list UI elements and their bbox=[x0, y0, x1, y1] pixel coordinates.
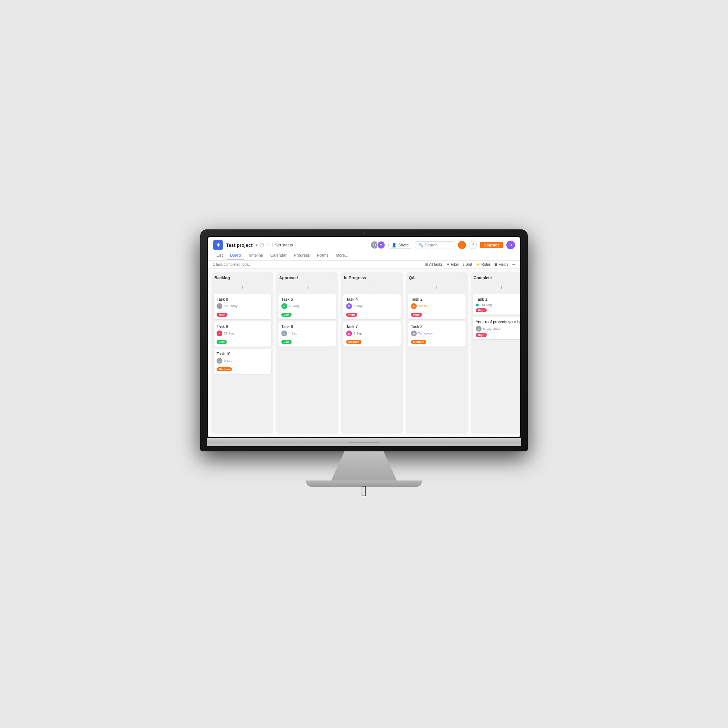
card-title-task6: Task 6 bbox=[281, 324, 333, 329]
current-user-avatar: U bbox=[506, 241, 515, 249]
share-label: Share bbox=[398, 243, 409, 247]
add-card-button-backlog[interactable]: + bbox=[214, 283, 271, 292]
card-task9[interactable]: Task 9 R 27 Aug Low bbox=[214, 321, 271, 347]
column-menu-inprogress[interactable]: ··· bbox=[395, 275, 400, 280]
header-right: U M 👤 Share 🔍 Search bbox=[370, 241, 515, 249]
card-meta-task2: JK Today bbox=[411, 303, 463, 309]
card-footer-roof-task: High 4 ↗ bbox=[476, 333, 520, 337]
column-title-inprogress: In Progress bbox=[344, 275, 366, 280]
card-task2[interactable]: Task 2 JK Today High bbox=[408, 294, 466, 319]
tab-forms[interactable]: Forms bbox=[314, 252, 332, 260]
tab-progress[interactable]: Progress bbox=[290, 252, 314, 260]
all-tasks-icon: ⊞ bbox=[425, 262, 428, 266]
column-menu-backlog[interactable]: ··· bbox=[266, 275, 271, 280]
tab-more[interactable]: More... bbox=[332, 252, 352, 260]
sort-icon: ↕ bbox=[463, 262, 465, 266]
status-label: Set status bbox=[275, 243, 293, 247]
card-badge-roof-task: High bbox=[476, 333, 487, 337]
screen-bezel: ✦ Test project ▾ 🕐 ☆ Set status bbox=[207, 236, 521, 438]
card-badge-task4: High bbox=[346, 313, 357, 317]
card-badge-task8: High bbox=[217, 313, 228, 317]
card-meta-task7: K 6 Sep bbox=[346, 330, 398, 336]
clock-icon: 🕐 bbox=[259, 243, 264, 248]
column-backlog: Backlog ··· + Task 8 U Thursday High Tas… bbox=[211, 272, 273, 434]
card-badge-task6: Low bbox=[281, 340, 292, 344]
share-button[interactable]: 👤 Share bbox=[388, 242, 412, 249]
card-title-task9: Task 9 bbox=[217, 324, 268, 329]
add-card-button-complete[interactable]: + bbox=[473, 283, 520, 292]
tab-list[interactable]: List bbox=[213, 252, 226, 260]
card-meta-task10: U 9 Sep bbox=[217, 358, 268, 364]
card-roof-task[interactable]: Your roof protects your home U 5 Aug, 20… bbox=[473, 317, 520, 339]
board: Backlog ··· + Task 8 U Thursday High Tas… bbox=[208, 269, 520, 437]
card-task7[interactable]: Task 7 K 6 Sep Medium bbox=[343, 321, 401, 347]
add-card-button-inprogress[interactable]: + bbox=[343, 283, 401, 292]
card-date-task4: Friday bbox=[353, 304, 362, 308]
filter-label: Filter bbox=[451, 262, 459, 266]
card-title-task5: Task 5 bbox=[281, 297, 333, 301]
add-card-button-qa[interactable]: + bbox=[408, 283, 466, 292]
card-title-task3: Task 3 bbox=[411, 324, 463, 329]
card-task10[interactable]: Task 10 U 9 Sep Medium bbox=[214, 349, 271, 374]
card-avatar-task7: K bbox=[346, 330, 352, 336]
app: ✦ Test project ▾ 🕐 ☆ Set status bbox=[208, 237, 520, 437]
search-placeholder: Search bbox=[425, 243, 437, 247]
column-inprogress: In Progress ··· + Task 4 M Friday High T… bbox=[341, 272, 403, 434]
card-title-task2: Task 2 bbox=[411, 297, 463, 301]
fields-label: Fields bbox=[499, 262, 509, 266]
card-task1[interactable]: Task 1 14 Aug High bbox=[473, 294, 520, 315]
card-task8[interactable]: Task 8 U Thursday High bbox=[214, 294, 271, 319]
set-status-button[interactable]: Set status bbox=[272, 242, 296, 248]
tab-board[interactable]: Board bbox=[226, 252, 244, 260]
rules-button[interactable]: ⚡ Rules bbox=[476, 262, 491, 266]
chevron-down-icon[interactable]: ▾ bbox=[255, 243, 258, 248]
column-approved: Approved ··· + Task 5 H 26 Aug Low Task … bbox=[276, 272, 338, 434]
share-icon: 👤 bbox=[392, 243, 397, 248]
card-meta-task5: H 26 Aug bbox=[281, 303, 333, 309]
add-button[interactable]: + bbox=[458, 241, 466, 249]
card-date-task7: 6 Sep bbox=[353, 332, 362, 335]
card-avatar-task2: JK bbox=[411, 303, 417, 309]
card-title-task8: Task 8 bbox=[217, 297, 268, 301]
column-menu-approved[interactable]: ··· bbox=[330, 275, 335, 280]
star-icon[interactable]: ☆ bbox=[266, 243, 269, 248]
monitor-chin bbox=[207, 438, 521, 446]
card-date-task9: 27 Aug bbox=[224, 332, 234, 335]
fields-button[interactable]: ☰ Fields bbox=[494, 262, 509, 266]
search-icon: 🔍 bbox=[418, 243, 423, 248]
sort-label: Sort bbox=[466, 262, 472, 266]
card-date-task8: Thursday bbox=[224, 304, 238, 308]
monitor-body: ✦ Test project ▾ 🕐 ☆ Set status bbox=[200, 229, 528, 451]
card-task3[interactable]: Task 3 U Tomorrow Medium bbox=[408, 321, 466, 347]
upgrade-button[interactable]: Upgrade bbox=[480, 242, 503, 248]
card-task4[interactable]: Task 4 M Friday High bbox=[343, 294, 401, 319]
tab-calendar[interactable]: Calendar bbox=[267, 252, 291, 260]
tab-timeline[interactable]: Timeline bbox=[244, 252, 266, 260]
toolbar: 1 task completed today ⊞ All tasks ▼ Fil… bbox=[208, 261, 520, 269]
card-date-roof-task: 5 Aug, 2019 bbox=[483, 327, 500, 330]
card-title-task7: Task 7 bbox=[346, 324, 398, 329]
card-date-task1: 14 Aug bbox=[482, 303, 492, 307]
rules-icon: ⚡ bbox=[476, 262, 480, 266]
add-card-button-approved[interactable]: + bbox=[278, 283, 336, 292]
search-box[interactable]: 🔍 Search bbox=[415, 241, 455, 249]
card-badge-task7: Medium bbox=[346, 340, 361, 344]
help-button[interactable]: ? bbox=[469, 241, 477, 249]
column-menu-qa[interactable]: ··· bbox=[460, 275, 465, 280]
more-options-button[interactable]: ··· bbox=[512, 262, 515, 266]
sort-button[interactable]: ↕ Sort bbox=[463, 262, 472, 266]
project-name: Test project bbox=[226, 242, 252, 248]
filter-button[interactable]: ▼ Filter bbox=[446, 262, 459, 266]
filter-icon: ▼ bbox=[446, 262, 450, 266]
rules-label: Rules bbox=[481, 262, 491, 266]
card-title-task4: Task 4 bbox=[346, 297, 398, 301]
card-task6[interactable]: Task 6 U 4 Sep Low bbox=[278, 321, 336, 347]
card-date-task10: 9 Sep bbox=[224, 359, 232, 362]
all-tasks-button[interactable]: ⊞ All tasks bbox=[425, 262, 443, 266]
card-date-task5: 26 Aug bbox=[289, 304, 299, 308]
card-task5[interactable]: Task 5 H 26 Aug Low bbox=[278, 294, 336, 319]
card-avatar-task6: U bbox=[281, 330, 287, 336]
apple-logo-icon:  bbox=[200, 483, 528, 499]
header-icons: ▾ 🕐 ☆ bbox=[255, 243, 269, 248]
avatar-stack: U M bbox=[370, 241, 385, 249]
